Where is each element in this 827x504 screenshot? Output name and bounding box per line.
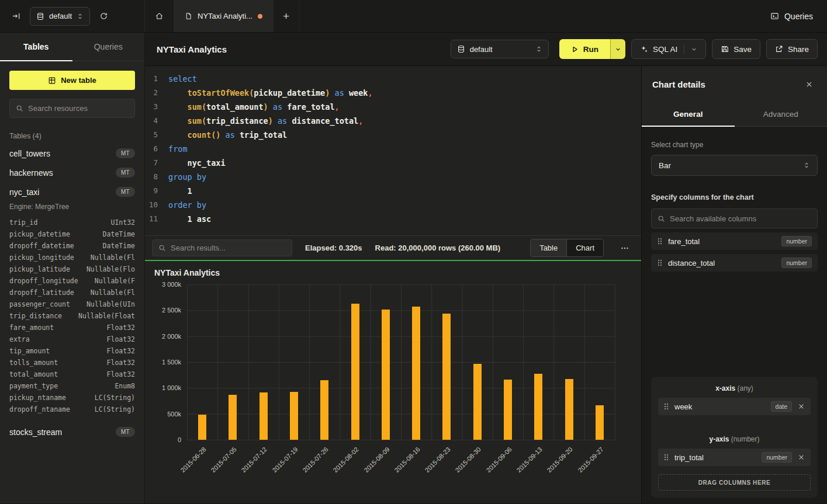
- engine-badge: MT: [116, 427, 135, 437]
- panel-tab-advanced[interactable]: Advanced: [735, 102, 827, 126]
- x-axis-tick-label: 2015-09-27: [576, 446, 604, 474]
- chart-bar: [259, 392, 268, 440]
- table-row[interactable]: stocks_streamMT: [0, 422, 144, 442]
- column-name: dropoff_latitude: [9, 289, 74, 297]
- run-button[interactable]: Run: [559, 39, 610, 59]
- sidebar-tab-queries[interactable]: Queries: [72, 33, 145, 61]
- line-number: 7: [145, 156, 168, 170]
- chart-bar: [473, 364, 482, 440]
- topbar: default NYTaxi Analyti... + Queries: [0, 0, 827, 33]
- y-axis-column-item[interactable]: trip_totalnumber: [658, 449, 811, 466]
- column-name: tip_amount: [9, 347, 50, 355]
- code-line: 10order by: [145, 198, 641, 212]
- column-type: Nullable(Fl: [91, 253, 135, 262]
- column-item-name: trip_total: [674, 453, 756, 462]
- results-search-input[interactable]: [171, 244, 286, 252]
- panel-tabs: GeneralAdvanced: [642, 102, 827, 127]
- column-row: dropoff_ntanameLC(String): [0, 404, 144, 415]
- column-type: Enum8: [115, 382, 135, 390]
- code-text: toStartOfWeek(pickup_datetime) as week,: [168, 86, 373, 100]
- sql-ai-button[interactable]: SQL AI: [631, 39, 706, 59]
- y-axis-section: y-axis (number) trip_totalnumber: [658, 435, 811, 466]
- columns-list: trip_idUInt32pickup_datetimeDateTimedrop…: [0, 215, 144, 422]
- x-axis-tick-label: 2015-07-26: [302, 446, 330, 474]
- query-tab[interactable]: NYTaxi Analyti...: [174, 0, 274, 32]
- panel-title: Chart details: [652, 79, 705, 89]
- tabstrip: NYTaxi Analyti... +: [145, 0, 299, 32]
- chart-bar: [534, 374, 542, 440]
- code-text: sum(trip_distance) as distance_total,: [168, 114, 363, 128]
- engine-badge: MT: [116, 168, 135, 178]
- code-line: 3 sum(total_amount) as fare_total,: [145, 100, 641, 114]
- column-name: passenger_count: [9, 300, 70, 308]
- column-row: dropoff_latitudeNullable(Fl: [0, 287, 144, 298]
- panel-header: Chart details: [642, 66, 827, 102]
- available-column-item[interactable]: distance_totalnumber: [651, 254, 818, 272]
- column-type: DateTime: [103, 242, 135, 250]
- new-tab-button[interactable]: +: [273, 0, 299, 32]
- x-axis-label: x-axis: [715, 384, 735, 392]
- close-panel-button[interactable]: [802, 77, 816, 92]
- drag-handle-icon: [657, 259, 663, 267]
- chart-type-label: Select chart type: [651, 141, 818, 149]
- database-icon: [457, 45, 465, 53]
- column-name: tolls_amount: [9, 359, 58, 367]
- share-button[interactable]: Share: [766, 39, 818, 59]
- search-icon: [16, 105, 23, 112]
- chart-type-select[interactable]: Bar: [651, 155, 818, 176]
- refresh-button[interactable]: [96, 8, 112, 24]
- save-button[interactable]: Save: [712, 39, 760, 59]
- unsaved-dot: [258, 14, 262, 19]
- column-item-name: distance_total: [668, 259, 776, 267]
- x-axis-tick-label: 2015-09-20: [546, 446, 574, 474]
- column-name: dropoff_longitude: [9, 277, 78, 285]
- column-type: Nullable(Fl: [91, 289, 135, 297]
- table-row[interactable]: hackernewsMT: [0, 163, 144, 182]
- results-menu-button[interactable]: [617, 241, 633, 255]
- home-tab[interactable]: [144, 0, 174, 32]
- resources-search-input[interactable]: [28, 104, 129, 113]
- chart-bar: [382, 310, 390, 440]
- results-search: [152, 239, 292, 256]
- chart-bar: [320, 380, 328, 440]
- table-row[interactable]: nyc_taxiMT: [0, 182, 144, 201]
- engine-badge: MT: [116, 187, 135, 197]
- drop-zone[interactable]: DRAG COLUMNS HERE: [658, 474, 811, 491]
- x-axis-tick-label: 2015-09-06: [485, 446, 513, 474]
- resources-search: [9, 99, 135, 118]
- panel-body: Select chart type Bar Specify columns fo…: [642, 127, 827, 503]
- column-row: trip_distanceNullable(Float: [0, 310, 144, 322]
- code-line: 8group by: [145, 170, 641, 184]
- column-name: extra: [9, 335, 30, 343]
- column-type: Float32: [107, 359, 135, 367]
- view-toggle-chart[interactable]: Chart: [566, 239, 603, 256]
- new-table-button[interactable]: New table: [9, 71, 135, 90]
- run-options-button[interactable]: [610, 39, 625, 59]
- y-axis-tick-label: 1 000k: [162, 384, 181, 391]
- column-type-badge: date: [771, 401, 792, 412]
- queries-button[interactable]: Queries: [756, 0, 827, 32]
- database-selector[interactable]: default: [30, 7, 90, 26]
- columns-search-input[interactable]: [670, 214, 811, 223]
- sql-editor[interactable]: 1select2 toStartOfWeek(pickup_datetime) …: [145, 66, 641, 235]
- available-column-item[interactable]: fare_totalnumber: [651, 232, 818, 250]
- column-row: total_amountFloat32: [0, 369, 144, 380]
- column-name: pickup_latitude: [9, 265, 70, 273]
- column-type: Float32: [107, 370, 135, 378]
- chevron-down-icon: [615, 46, 621, 53]
- table-row[interactable]: cell_towersMT: [0, 144, 144, 163]
- run-database-selector[interactable]: default: [451, 40, 549, 58]
- remove-column-button[interactable]: [797, 453, 805, 461]
- x-axis-tick-label: 2015-08-16: [393, 446, 421, 474]
- sidebar-tabs: TablesQueries: [0, 33, 144, 61]
- x-axis-tick-label: 2015-07-12: [240, 446, 268, 474]
- sparkle-icon: [640, 45, 648, 53]
- panel-tab-general[interactable]: General: [642, 102, 735, 126]
- collapse-sidebar-button[interactable]: [8, 8, 24, 24]
- view-toggle-table[interactable]: Table: [531, 239, 566, 256]
- sidebar-tab-tables[interactable]: Tables: [0, 33, 72, 61]
- remove-column-button[interactable]: [797, 402, 805, 411]
- x-axis-column-item[interactable]: weekdate: [658, 398, 811, 415]
- y-axis-tick-label: 2 500k: [162, 307, 181, 314]
- database-selector-value: default: [49, 12, 72, 20]
